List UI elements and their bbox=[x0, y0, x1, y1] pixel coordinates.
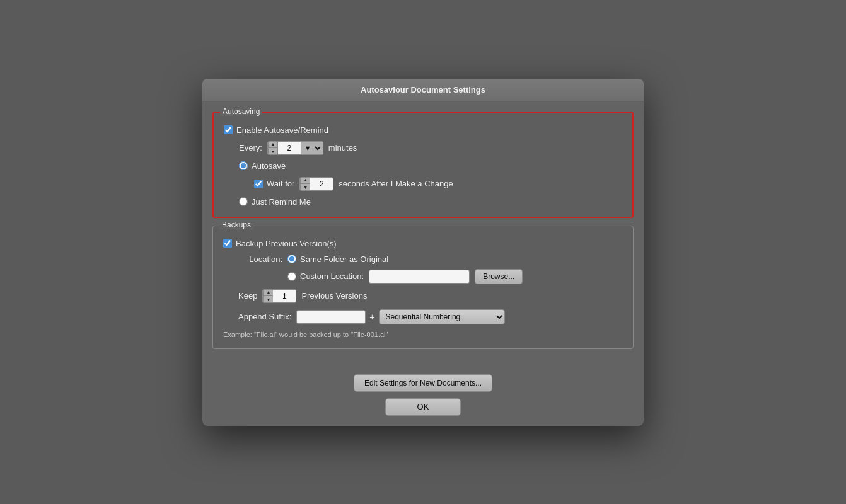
browse-label: Browse... bbox=[483, 272, 514, 281]
keep-spin-up-button[interactable]: ▲ bbox=[264, 289, 273, 297]
dialog-content: Autosaving Enable Autosave/Remind Every:… bbox=[202, 101, 644, 367]
browse-button[interactable]: Browse... bbox=[475, 269, 523, 284]
enable-autosave-checkbox[interactable] bbox=[224, 125, 233, 134]
wait-for-row: Wait for ▲ ▼ seconds After I Make a Chan… bbox=[254, 177, 622, 191]
bottom-area: Edit Settings for New Documents... OK bbox=[202, 367, 644, 426]
every-spin-up-button[interactable]: ▲ bbox=[269, 141, 277, 149]
suffix-input[interactable] bbox=[296, 310, 366, 324]
keep-row: Keep ▲ ▼ Previous Versions bbox=[238, 289, 623, 303]
same-folder-text: Same Folder as Original bbox=[300, 255, 388, 264]
backup-prev-checkbox[interactable] bbox=[223, 239, 232, 248]
enable-autosave-label[interactable]: Enable Autosave/Remind bbox=[224, 125, 328, 135]
every-row: Every: ▲ ▼ ▼ minutes bbox=[239, 141, 622, 155]
backup-prev-row: Backup Previous Version(s) bbox=[223, 239, 623, 248]
ok-button[interactable]: OK bbox=[385, 398, 461, 416]
just-remind-radio[interactable] bbox=[239, 197, 248, 206]
every-label: Every: bbox=[239, 143, 262, 152]
wait-input[interactable] bbox=[310, 177, 333, 191]
every-spin-down-button[interactable]: ▼ bbox=[269, 148, 277, 155]
autosaving-body: Enable Autosave/Remind Every: ▲ ▼ ▼ bbox=[224, 125, 622, 207]
plus-sign: + bbox=[369, 312, 374, 322]
wait-spin-buttons: ▲ ▼ bbox=[300, 177, 310, 191]
same-folder-radio[interactable] bbox=[287, 255, 296, 263]
sequential-numbering-dropdown[interactable]: Sequential Numbering bbox=[379, 309, 505, 324]
minutes-label: minutes bbox=[328, 143, 357, 152]
every-spinner-group: ▲ ▼ ▼ bbox=[267, 141, 323, 155]
just-remind-row: Just Remind Me bbox=[239, 197, 622, 207]
wait-spin-up-button[interactable]: ▲ bbox=[301, 177, 310, 185]
custom-location-radio[interactable] bbox=[287, 272, 296, 281]
dialog-window: Autosaviour Document Settings Autosaving… bbox=[202, 79, 644, 426]
wait-spinner-group: ▲ ▼ bbox=[299, 177, 333, 191]
every-dropdown[interactable]: ▼ bbox=[301, 141, 323, 155]
just-remind-text: Just Remind Me bbox=[252, 197, 311, 207]
example-text: Example: "File.ai" would be backed up to… bbox=[223, 331, 623, 338]
autosave-radio[interactable] bbox=[239, 161, 248, 170]
custom-location-label[interactable]: Custom Location: bbox=[287, 272, 364, 281]
edit-settings-button[interactable]: Edit Settings for New Documents... bbox=[354, 374, 492, 392]
backups-legend: Backups bbox=[219, 220, 253, 229]
every-input[interactable] bbox=[278, 141, 301, 155]
enable-autosave-row: Enable Autosave/Remind bbox=[224, 125, 622, 135]
same-folder-label[interactable]: Same Folder as Original bbox=[287, 255, 388, 264]
autosave-radio-label[interactable]: Autosave bbox=[239, 161, 286, 171]
location-label: Location: bbox=[238, 255, 282, 264]
wait-for-text: Wait for bbox=[267, 179, 294, 188]
every-spin-buttons: ▲ ▼ bbox=[268, 141, 278, 155]
wait-for-checkbox[interactable] bbox=[254, 180, 263, 188]
dialog-title: Autosaviour Document Settings bbox=[361, 85, 485, 94]
previous-versions-label: Previous Versions bbox=[301, 291, 367, 301]
backup-prev-text: Backup Previous Version(s) bbox=[236, 239, 337, 248]
backups-section: Backups Backup Previous Version(s) Locat… bbox=[212, 226, 634, 349]
append-suffix-row: Append Suffix: + Sequential Numbering bbox=[238, 309, 623, 324]
keep-spinner-group: ▲ ▼ bbox=[262, 289, 296, 303]
edit-settings-label: Edit Settings for New Documents... bbox=[364, 379, 482, 387]
backup-prev-label[interactable]: Backup Previous Version(s) bbox=[223, 239, 337, 248]
enable-autosave-text: Enable Autosave/Remind bbox=[236, 125, 328, 135]
keep-spin-buttons: ▲ ▼ bbox=[263, 289, 273, 303]
wait-for-label[interactable]: Wait for bbox=[254, 179, 294, 188]
autosave-row: Autosave bbox=[239, 161, 622, 171]
seconds-label: seconds After I Make a Change bbox=[339, 179, 453, 188]
append-suffix-label: Append Suffix: bbox=[238, 312, 291, 321]
ok-label: OK bbox=[417, 402, 429, 411]
keep-label: Keep bbox=[238, 291, 257, 301]
custom-location-text: Custom Location: bbox=[300, 272, 364, 281]
backups-body: Backup Previous Version(s) Location: Sam… bbox=[223, 239, 623, 338]
autosaving-legend: Autosaving bbox=[220, 107, 262, 116]
location-custom-row: Custom Location: Browse... bbox=[238, 269, 623, 284]
location-same-row: Location: Same Folder as Original bbox=[238, 255, 623, 264]
keep-input[interactable] bbox=[273, 289, 296, 303]
custom-location-input[interactable] bbox=[369, 270, 470, 284]
title-bar: Autosaviour Document Settings bbox=[202, 79, 644, 101]
autosave-text: Autosave bbox=[252, 161, 286, 171]
autosaving-section: Autosaving Enable Autosave/Remind Every:… bbox=[212, 112, 634, 218]
keep-spin-down-button[interactable]: ▼ bbox=[264, 296, 273, 303]
wait-spin-down-button[interactable]: ▼ bbox=[301, 184, 310, 191]
just-remind-label[interactable]: Just Remind Me bbox=[239, 197, 311, 207]
